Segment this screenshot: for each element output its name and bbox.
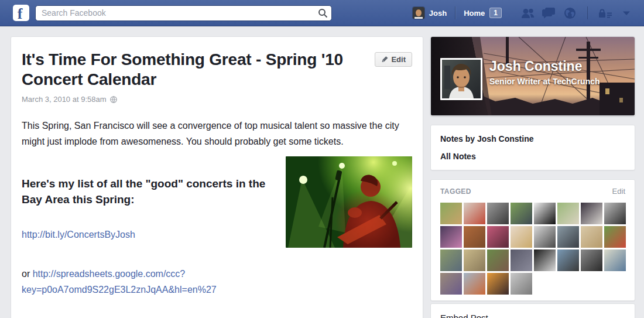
tagged-photo[interactable] (604, 226, 626, 248)
notes-nav-card: Notes by Josh Constine All Notes (430, 125, 635, 170)
tagged-photo[interactable] (440, 273, 462, 295)
tagged-photo[interactable] (557, 226, 579, 248)
account-dropdown-caret-icon[interactable] (619, 0, 634, 26)
edit-note-button[interactable]: Edit (375, 52, 412, 67)
tagged-section-label: TAGGED (440, 187, 471, 196)
tagged-photo[interactable] (511, 273, 532, 295)
friend-requests-icon[interactable] (520, 0, 535, 26)
tagged-photo[interactable] (487, 249, 509, 271)
nav-home-link[interactable]: Home (464, 9, 485, 18)
embed-post-card: Embed Post (430, 303, 635, 318)
tagged-photo[interactable] (511, 226, 532, 248)
tagged-photo[interactable] (511, 249, 532, 271)
tagged-photo[interactable] (534, 249, 556, 271)
tagged-photo[interactable] (487, 226, 509, 248)
tagged-card: TAGGED Edit (430, 179, 635, 301)
notifications-globe-icon[interactable] (562, 0, 577, 26)
tagged-photo[interactable] (557, 249, 579, 271)
note-paragraph-intro: This Spring, San Francisco will see a co… (22, 118, 412, 149)
note-date-row: March 3, 2010 at 9:58am (22, 95, 412, 104)
search-container (35, 5, 332, 21)
spreadsheet-link[interactable]: http://spreadsheets.google.com/ccc?key=p… (22, 269, 217, 295)
right-sidebar: Josh Constine Senior Writer at TechCrunc… (430, 36, 635, 318)
tagged-photo[interactable] (440, 249, 462, 271)
note-timestamp: March 3, 2010 at 9:58am (22, 95, 107, 104)
notes-section-title: Notes by Josh Constine (440, 134, 625, 143)
privacy-shortcuts-lock-icon[interactable] (598, 0, 613, 26)
tagged-photo[interactable] (534, 226, 556, 248)
tagged-photo[interactable] (581, 249, 602, 271)
tagged-photo[interactable] (604, 203, 626, 224)
privacy-globe-icon (110, 96, 117, 103)
nav-divider (455, 6, 455, 19)
tagged-photo[interactable] (487, 203, 509, 224)
tagged-photo[interactable] (464, 226, 485, 248)
profile-identity[interactable]: Josh Constine Senior Writer at TechCrunc… (489, 58, 600, 86)
nav-divider (587, 6, 588, 19)
tagged-photo[interactable] (464, 273, 485, 295)
home-notification-badge[interactable]: 1 (489, 8, 502, 18)
search-icon[interactable] (317, 8, 328, 19)
pencil-icon (381, 56, 388, 63)
tagged-header: TAGGED Edit (440, 187, 625, 196)
facebook-logo[interactable]: f (13, 5, 29, 21)
note-title: It's Time For Something Great - Spring '… (22, 50, 367, 90)
concert-photo[interactable] (286, 156, 412, 248)
profile-name: Josh Constine (489, 58, 600, 74)
note-paragraph-share: Share it with your friends and networks … (22, 315, 412, 318)
tagged-photo[interactable] (534, 203, 556, 224)
facebook-f-icon: f (18, 7, 25, 21)
tagged-photo[interactable] (464, 203, 485, 224)
tagged-photo[interactable] (511, 203, 532, 224)
note-header: It's Time For Something Great - Spring '… (22, 50, 412, 90)
profile-subtitle: Senior Writer at TechCrunch (489, 77, 600, 86)
profile-cover-card[interactable]: Josh Constine Senior Writer at TechCrunc… (430, 36, 635, 116)
all-notes-link[interactable]: All Notes (440, 152, 625, 161)
tagged-edit-link[interactable]: Edit (612, 187, 625, 196)
tagged-photo[interactable] (604, 249, 626, 271)
tagged-photo[interactable] (581, 226, 602, 248)
user-avatar[interactable] (413, 7, 424, 19)
tagged-photo[interactable] (440, 226, 462, 248)
tagged-photo[interactable] (440, 203, 462, 224)
tagged-photo[interactable] (581, 203, 602, 224)
messages-icon[interactable] (541, 0, 556, 26)
embed-post-link[interactable]: Embed Post (440, 313, 625, 318)
link2-prefix: or (22, 269, 33, 279)
profile-picture[interactable] (440, 58, 482, 100)
note-article-card: It's Time For Something Great - Spring '… (11, 36, 423, 318)
concert-list-link[interactable]: http://bit.ly/ConcertsByJosh (22, 230, 135, 240)
tagged-grid (440, 203, 625, 295)
profile-face-image (442, 60, 481, 98)
top-navbar: f Josh Home 1 (0, 0, 644, 26)
search-input[interactable] (35, 5, 332, 21)
note-paragraph-link2: or http://spreadsheets.google.com/ccc?ke… (22, 266, 412, 298)
navbar-right: Josh Home 1 (413, 0, 637, 26)
tagged-photo[interactable] (464, 249, 485, 271)
tagged-photo[interactable] (487, 273, 509, 295)
nav-profile-link[interactable]: Josh (429, 9, 447, 18)
tagged-photo[interactable] (557, 203, 579, 224)
page-body: It's Time For Something Great - Spring '… (0, 26, 644, 318)
note-body: This Spring, San Francisco will see a co… (22, 118, 412, 318)
edit-button-label: Edit (391, 55, 406, 64)
